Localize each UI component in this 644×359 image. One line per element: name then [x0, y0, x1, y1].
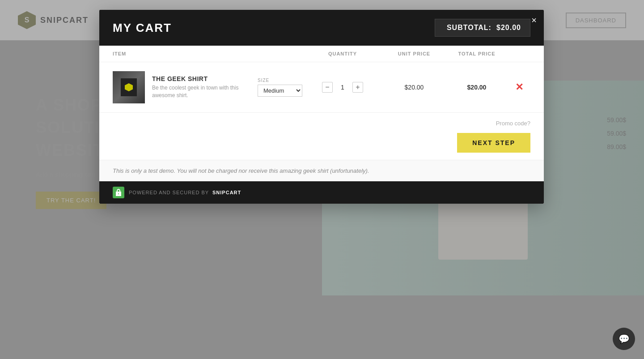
powered-text: POWERED AND SECURED BY SNIPCART [129, 190, 241, 195]
header-remove [508, 51, 530, 56]
size-label: SIZE [258, 78, 302, 83]
demo-notice-text: This is only a test demo. You will not b… [113, 167, 530, 174]
size-select[interactable]: Medium Small Large XL [258, 85, 302, 97]
powered-bar: POWERED AND SECURED BY SNIPCART [99, 181, 544, 204]
promo-code-link[interactable]: Promo code? [496, 120, 530, 127]
cart-item-info: THE GEEK SHIRT Be the coolest geek in to… [113, 71, 302, 103]
header-total-price: TOTAL PRICE [445, 51, 508, 56]
cart-item-image [113, 71, 145, 103]
cart-modal: MY CART SUBTOTAL: $20.00 × ITEM QUANTITY… [99, 10, 544, 204]
remove-button-container: ✕ [508, 82, 530, 92]
powered-label: POWERED AND SECURED BY [129, 190, 209, 195]
quantity-increase-button[interactable]: + [352, 82, 363, 93]
header-unit-price: UNIT PRICE [383, 51, 445, 56]
cart-item-description: Be the coolest geek in town with this aw… [152, 84, 242, 99]
header-item: ITEM [113, 51, 302, 56]
modal-close-button[interactable]: × [531, 15, 537, 26]
modal-body: ITEM QUANTITY UNIT PRICE TOTAL PRICE [99, 46, 544, 204]
header-quantity: QUANTITY [302, 51, 383, 56]
cart-item-details: THE GEEK SHIRT Be the coolest geek in to… [152, 75, 242, 99]
shirt-figure [121, 78, 137, 96]
shirt-logo-badge [125, 83, 133, 91]
shirt-body [121, 78, 137, 96]
remove-item-button[interactable]: ✕ [515, 82, 523, 92]
quantity-control: − 1 + [302, 82, 383, 93]
demo-notice: This is only a test demo. You will not b… [99, 160, 544, 181]
total-price: $20.00 [445, 84, 508, 91]
lock-svg [115, 189, 122, 196]
lock-icon [113, 187, 124, 198]
subtotal-display: SUBTOTAL: $20.00 [435, 19, 530, 37]
modal-header: MY CART SUBTOTAL: $20.00 × [99, 10, 544, 46]
powered-brand: SNIPCART [212, 190, 241, 195]
table-row: THE GEEK SHIRT Be the coolest geek in to… [99, 62, 544, 113]
cart-footer: Promo code? NEXT STEP [99, 113, 544, 160]
cart-item-size: SIZE Medium Small Large XL [258, 78, 302, 97]
cart-item-name: THE GEEK SHIRT [152, 75, 242, 82]
subtotal-label: SUBTOTAL: [447, 24, 491, 31]
shirt-placeholder [113, 71, 145, 103]
chat-bubble[interactable]: 💬 [613, 328, 635, 350]
next-step-button[interactable]: NEXT STEP [457, 133, 530, 153]
quantity-decrease-button[interactable]: − [322, 82, 333, 93]
unit-price: $20.00 [383, 84, 445, 91]
cart-table-header: ITEM QUANTITY UNIT PRICE TOTAL PRICE [99, 46, 544, 62]
subtotal-value: $20.00 [496, 24, 521, 31]
modal-title: MY CART [113, 21, 172, 35]
quantity-value: 1 [338, 84, 347, 91]
